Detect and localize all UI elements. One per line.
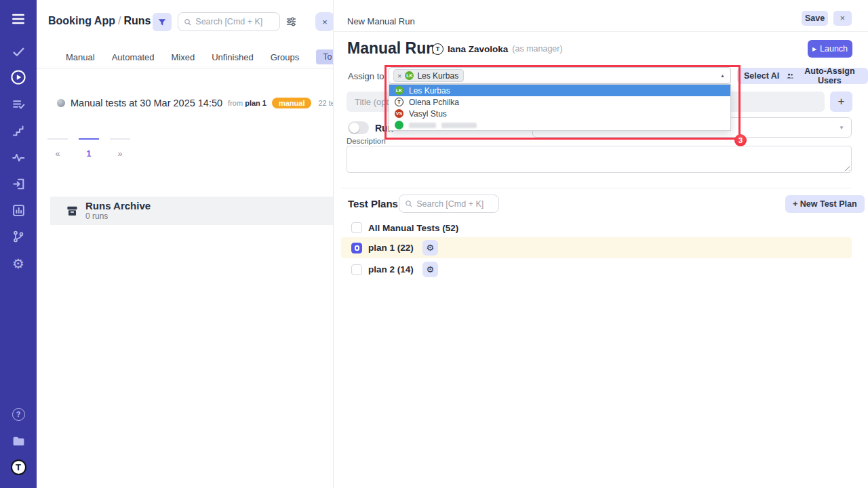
pulse-icon[interactable] xyxy=(0,149,37,165)
avatar: T xyxy=(395,98,403,106)
description-textarea[interactable] xyxy=(347,146,852,173)
report-chart-icon[interactable] xyxy=(0,202,37,218)
checkbox-checked-mark xyxy=(355,245,359,251)
tab-groups[interactable]: Groups xyxy=(271,52,300,62)
annotation-step-badge: 3 xyxy=(734,134,747,146)
breadcrumb: Booking App/Runs xyxy=(48,15,151,27)
assignee-option-redacted[interactable] xyxy=(389,119,730,131)
avatar xyxy=(395,121,403,129)
menu-icon[interactable] xyxy=(0,11,37,27)
filter-settings-icon[interactable] xyxy=(285,16,298,27)
archive-count: 0 runs xyxy=(85,211,151,221)
run-globe-icon xyxy=(57,99,65,107)
new-test-plan-button[interactable]: + New Test Plan xyxy=(785,195,865,213)
steps-icon[interactable] xyxy=(0,123,37,139)
avatar: LK xyxy=(395,86,403,95)
test-plans-title: Test Plans xyxy=(348,198,398,209)
search-icon xyxy=(184,18,191,26)
pagination-next[interactable]: » xyxy=(110,138,130,159)
chip-name: Les Kurbas xyxy=(417,71,458,81)
panel-title: New Manual Run xyxy=(347,16,415,26)
panel-close-button[interactable]: × xyxy=(833,11,852,26)
assignee-option-olena-pchilka[interactable]: T Olena Pchilka xyxy=(389,96,730,108)
breadcrumb-project[interactable]: Booking App xyxy=(48,15,115,26)
chip-remove-icon[interactable]: × xyxy=(397,72,401,80)
archive-box-icon xyxy=(66,205,79,218)
test-list-icon[interactable] xyxy=(0,96,37,113)
branch-icon[interactable] xyxy=(0,228,37,245)
assignee-multiselect[interactable]: × LK Les Kurbas ▲ xyxy=(389,67,731,84)
breadcrumb-separator: / xyxy=(115,15,123,26)
testomat-logo[interactable]: T xyxy=(0,458,37,476)
users-icon xyxy=(787,72,794,80)
run-type-badge: manual xyxy=(272,98,312,108)
run-plan-link[interactable]: plan 1 xyxy=(245,99,267,107)
settings-gear-icon[interactable]: ⚙ xyxy=(0,255,37,272)
plan-2-settings-button[interactable]: ⚙ xyxy=(422,262,438,277)
filter-button[interactable] xyxy=(153,13,172,31)
plan-row-plan-1[interactable]: plan 1 (22) ⚙ xyxy=(341,237,852,258)
app-root: ⚙ ? T Booking App/Runs × Manual A xyxy=(0,0,868,488)
runs-search-input[interactable] xyxy=(195,17,274,26)
section-divider xyxy=(341,188,852,188)
help-icon[interactable]: ? xyxy=(0,406,37,422)
run-tests-count: 22 tests xyxy=(318,99,333,107)
run-toggle[interactable] xyxy=(348,121,369,134)
run-list-item[interactable]: Manual tests at 30 Mar 2025 14:50 from p… xyxy=(57,96,333,110)
assignee-dropdown: LK Les Kurbas T Olena Pchilka VS Vasyl S… xyxy=(389,84,731,131)
close-icon: × xyxy=(322,17,328,27)
plan-row-plan-2[interactable]: plan 2 (14) ⚙ xyxy=(341,259,852,280)
test-plans-search-input[interactable] xyxy=(416,199,493,209)
plan-1-settings-button[interactable]: ⚙ xyxy=(422,240,438,256)
tests-check-icon[interactable] xyxy=(0,43,37,60)
tab-mixed[interactable]: Mixed xyxy=(172,52,195,62)
avatar: VS xyxy=(395,109,403,118)
tab-manual[interactable]: Manual xyxy=(66,52,95,62)
assignee-chip: × LK Les Kurbas xyxy=(393,69,464,82)
redacted-name-block xyxy=(441,123,477,128)
projects-folder-icon[interactable] xyxy=(0,432,37,449)
close-panel-button[interactable]: × xyxy=(315,12,333,31)
caret-down-icon: ▼ xyxy=(839,125,844,131)
close-icon: × xyxy=(840,14,845,23)
runs-tabs: Manual Automated Mixed Unfinished Groups… xyxy=(49,49,333,65)
test-plans-search xyxy=(399,195,499,213)
add-button[interactable]: + xyxy=(830,92,852,112)
sidebar: ⚙ ? T xyxy=(0,0,37,488)
runs-play-icon[interactable] xyxy=(0,68,37,86)
runs-archive-row[interactable]: Runs Archive 0 runs xyxy=(50,197,333,225)
checkbox-plan-1[interactable] xyxy=(351,243,362,253)
assignee-option-vasyl-stus[interactable]: VS Vasyl Stus xyxy=(389,108,730,119)
archive-title: Runs Archive xyxy=(85,201,151,212)
funnel-icon xyxy=(157,18,167,27)
checkbox-plan-2[interactable] xyxy=(351,264,362,275)
redacted-name-block xyxy=(409,123,436,128)
tab-to-review[interactable]: To Review xyxy=(316,49,333,64)
description-wrap xyxy=(347,146,852,173)
plan-row-all-manual[interactable]: All Manual Tests (52) xyxy=(341,218,852,237)
play-icon: ▶ xyxy=(812,46,816,52)
assign-to-label: Assign to: xyxy=(348,71,387,81)
tab-unfinished[interactable]: Unfinished xyxy=(212,52,253,62)
search-icon xyxy=(405,199,412,208)
pagination-prev[interactable]: « xyxy=(47,138,68,159)
import-icon[interactable] xyxy=(0,176,37,192)
pagination: « 1 » xyxy=(47,138,141,159)
runs-list-panel: Booking App/Runs × Manual Automated Mixe… xyxy=(37,0,333,488)
manager-name: Iana Zavoloka xyxy=(448,44,508,54)
tab-automated[interactable]: Automated xyxy=(112,52,155,62)
run-title[interactable]: Manual tests at 30 Mar 2025 14:50 xyxy=(71,98,222,108)
save-button[interactable]: Save xyxy=(802,11,828,26)
auto-assign-users-button[interactable]: Auto-Assign Users xyxy=(780,68,868,84)
launch-button[interactable]: ▶ Launch xyxy=(808,40,852,58)
manager-avatar: T xyxy=(432,43,443,55)
pagination-page-1[interactable]: 1 xyxy=(79,138,99,159)
runs-search xyxy=(178,12,280,31)
toggle-knob xyxy=(349,123,359,133)
breadcrumb-current: Runs xyxy=(123,15,151,26)
assignee-option-les-kurbas[interactable]: LK Les Kurbas xyxy=(389,85,730,96)
manager-row: T Iana Zavoloka (as manager) xyxy=(432,41,563,56)
caret-up-icon: ▲ xyxy=(720,73,725,78)
checkbox-all-manual[interactable] xyxy=(351,222,362,233)
avatar: LK xyxy=(405,71,414,80)
